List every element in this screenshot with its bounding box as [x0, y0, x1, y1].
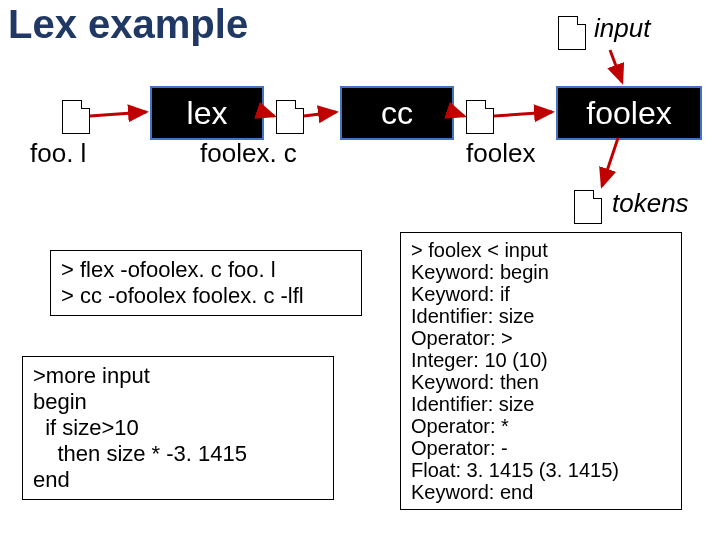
stage-cc-label: cc [381, 95, 413, 132]
label-foolex-c: foolex. c [200, 138, 297, 169]
file-icon [62, 100, 90, 134]
input-file-box: >more input begin if size>10 then size *… [22, 356, 334, 500]
label-foolex-bin: foolex [466, 138, 535, 169]
shell-commands-box: > flex -ofoolex. c foo. l > cc -ofoolex … [50, 250, 362, 316]
slide-title: Lex example [8, 2, 248, 47]
svg-line-4 [494, 112, 552, 116]
label-tokens: tokens [612, 188, 689, 219]
slide: Lex example lex cc foolex input tokens f… [0, 0, 720, 540]
file-icon [466, 100, 494, 134]
svg-line-0 [90, 112, 146, 116]
stage-foolex-label: foolex [586, 95, 671, 132]
stage-lex: lex [150, 86, 264, 140]
svg-line-2 [304, 112, 336, 116]
file-icon [574, 190, 602, 224]
stage-cc: cc [340, 86, 454, 140]
file-icon [558, 16, 586, 50]
stage-foolex: foolex [556, 86, 702, 140]
file-icon [276, 100, 304, 134]
stage-lex-label: lex [187, 95, 228, 132]
label-input: input [594, 13, 650, 44]
output-box: > foolex < input Keyword: begin Keyword:… [400, 232, 682, 510]
svg-line-5 [610, 50, 622, 82]
svg-line-6 [602, 138, 618, 186]
label-foo-l: foo. l [30, 138, 86, 169]
